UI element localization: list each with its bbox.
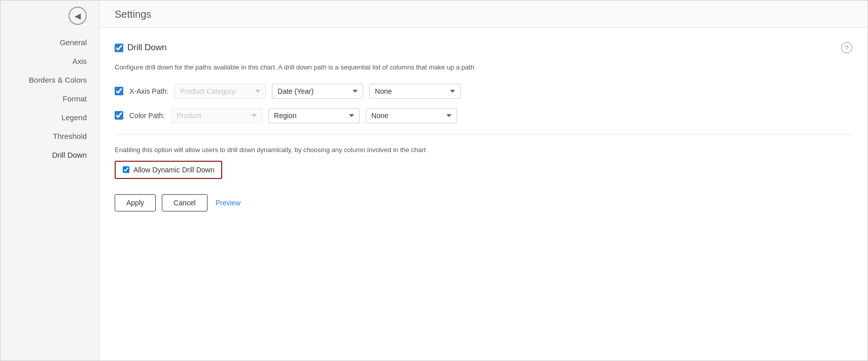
divider	[115, 134, 852, 135]
section-header: Drill Down ?	[115, 42, 852, 53]
color-path-label: Color Path:	[129, 112, 165, 120]
sidebar-item-legend[interactable]: Legend	[1, 108, 99, 127]
x-axis-fixed-select: Product Category	[175, 84, 266, 99]
drill-down-main-checkbox[interactable]	[115, 44, 123, 52]
content-area: Drill Down ? Configure drill down for th…	[99, 28, 867, 360]
color-dropdown-1[interactable]: Region None Date (Year)	[268, 108, 360, 123]
apply-button[interactable]: Apply	[115, 194, 156, 211]
section-title: Drill Down	[127, 43, 166, 53]
back-button[interactable]: ◀	[68, 7, 87, 25]
dynamic-drill-description: Enabling this option will allow users to…	[115, 146, 852, 154]
x-axis-checkbox-wrapper	[115, 87, 123, 95]
drill-down-description: Configure drill down for the paths avail…	[115, 62, 852, 73]
color-checkbox-wrapper	[115, 111, 123, 120]
section-title-row: Drill Down	[115, 43, 166, 53]
color-path-row: Color Path: Product Region None Date (Ye…	[115, 108, 852, 123]
x-axis-path-row: X-Axis Path: Product Category Date (Year…	[115, 84, 852, 99]
x-axis-dropdown-2[interactable]: None Date (Year) Date (Month)	[369, 84, 461, 99]
sidebar-item-axis[interactable]: Axis	[1, 52, 99, 70]
x-axis-checkbox[interactable]	[115, 87, 123, 95]
action-row: Apply Cancel Preview	[115, 194, 852, 211]
x-axis-dropdown-1[interactable]: Date (Year) Date (Month) None	[272, 84, 363, 99]
main-content: Settings Drill Down ? Configure drill do…	[99, 1, 867, 360]
page-title: Settings	[115, 9, 151, 20]
allow-dynamic-label: Allow Dynamic Drill Down	[133, 166, 214, 174]
allow-dynamic-checkbox[interactable]	[123, 166, 129, 173]
color-path-checkbox[interactable]	[115, 111, 123, 120]
drill-down-toggle-wrapper: Drill Down	[115, 43, 166, 53]
allow-dynamic-box: Allow Dynamic Drill Down	[115, 161, 222, 179]
cancel-button[interactable]: Cancel	[162, 194, 207, 211]
color-fixed-select: Product	[171, 108, 262, 123]
back-icon: ◀	[75, 11, 81, 21]
preview-button[interactable]: Preview	[214, 195, 243, 211]
sidebar: ◀ General Axis Borders & Colors Format L…	[1, 1, 99, 360]
help-icon[interactable]: ?	[841, 42, 852, 53]
sidebar-item-threshold[interactable]: Threshold	[1, 127, 99, 146]
sidebar-item-general[interactable]: General	[1, 33, 99, 52]
sidebar-item-drill-down[interactable]: Drill Down	[1, 146, 99, 164]
sidebar-item-borders-colors[interactable]: Borders & Colors	[1, 70, 99, 89]
sidebar-item-format[interactable]: Format	[1, 89, 99, 108]
x-axis-label: X-Axis Path:	[129, 87, 168, 95]
color-dropdown-2[interactable]: None Region Date (Year)	[366, 108, 457, 123]
page-header: Settings	[99, 1, 867, 28]
